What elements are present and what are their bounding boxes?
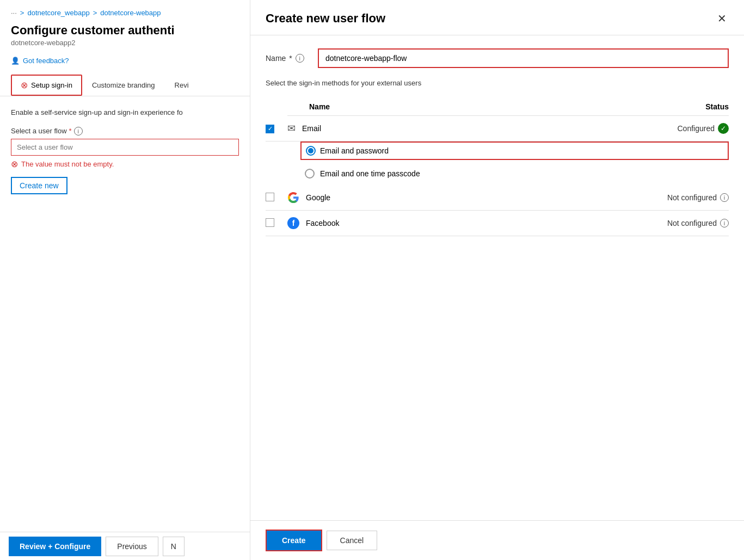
facebook-method-cell: f Facebook [287,211,489,236]
email-password-label: Email and password [320,146,389,155]
modal-overlay: Create new user flow ✕ Name * i Select t… [250,0,744,560]
feedback-label: Got feedback? [23,57,69,65]
facebook-row: f Facebook Not configured i [266,211,729,236]
google-row: Google Not configured i [266,185,729,211]
tab-error-icon: ⊗ [21,80,28,90]
modal-footer: Create Cancel [250,520,744,560]
email-label: Email [302,124,321,133]
signin-methods-label: Select the sign-in methods for your exte… [266,79,729,87]
user-flow-info-icon[interactable]: i [74,127,83,136]
col-name-header: Name [287,98,489,116]
google-status-cell: Not configured i [489,185,729,211]
left-panel: ··· > dotnetcore_webapp > dotnetcore-web… [0,0,250,560]
google-method-cell: Google [287,185,489,211]
tab-customize-branding-label: Customize branding [92,81,155,89]
google-checkbox[interactable] [266,193,274,201]
facebook-status-text: Not configured [667,219,717,227]
tab-setup-signin-label: Setup sign-in [31,81,72,89]
name-row: Name * i [266,48,729,68]
email-password-highlight[interactable]: Email and password [300,141,729,160]
error-message: The value must not be empty. [21,160,114,168]
email-checkbox[interactable]: ✓ [266,125,274,133]
modal-close-button[interactable]: ✕ [715,11,729,26]
name-input[interactable] [318,48,729,68]
breadcrumb-item1[interactable]: dotnetcore_webapp [27,9,89,17]
modal-header: Create new user flow ✕ [250,0,744,35]
previous-button[interactable]: Previous [106,537,158,556]
facebook-label: Facebook [306,219,339,227]
validation-error: ⊗ The value must not be empty. [11,159,239,169]
feedback-link[interactable]: 👤 Got feedback? [0,53,250,68]
create-button[interactable]: Create [266,530,322,551]
email-status-cell: Configured ✓ [489,116,729,141]
tabs-row: ⊗ Setup sign-in Customize branding Revi [0,68,250,96]
facebook-status-cell: Not configured i [489,211,729,236]
email-icon: ✉ [287,122,296,134]
email-password-radio[interactable] [306,146,316,156]
create-new-button[interactable]: Create new [11,177,67,194]
breadcrumb-separator1: > [20,9,24,17]
tab-review-configure[interactable]: Revi [165,76,199,95]
google-status-text: Not configured [667,193,717,202]
review-configure-button[interactable]: Review + Configure [9,537,101,556]
name-required-asterisk: * [289,54,292,63]
page-title: Configure customer authenti [0,21,250,39]
required-asterisk: * [69,127,72,135]
modal-panel: Create new user flow ✕ Name * i Select t… [250,0,744,560]
bottom-bar: Review + Configure Previous N [0,532,250,560]
email-password-cell: Email and password Email and one time pa… [287,141,729,186]
breadcrumb: ··· > dotnetcore_webapp > dotnetcore-web… [0,0,250,21]
email-method-cell: ✉ Email [287,116,489,141]
section-description: Enable a self-service sign-up and sign-i… [11,107,239,118]
name-label-text: Name [266,54,286,63]
email-group-row: ✓ ✉ Email Configured [266,116,729,141]
methods-table: Name Status ✓ ✉ [266,98,729,236]
user-flow-input[interactable] [11,139,239,156]
modal-body: Name * i Select the sign-in methods for … [250,35,744,520]
modal-title: Create new user flow [266,11,385,26]
email-status-configured: Configured ✓ [489,123,729,134]
facebook-checkbox[interactable] [266,218,274,227]
cancel-button[interactable]: Cancel [327,531,378,550]
page-subtitle: dotnetcore-webapp2 [0,39,250,53]
breadcrumb-item2[interactable]: dotnetcore-webapp [100,9,161,17]
facebook-not-configured-icon[interactable]: i [720,219,729,227]
tab-content: Enable a self-service sign-up and sign-i… [0,96,250,205]
tab-customize-branding[interactable]: Customize branding [82,76,165,95]
email-otp-radio[interactable] [305,169,315,179]
tab-review-configure-label: Revi [175,81,189,89]
tab-setup-signin[interactable]: ⊗ Setup sign-in [11,75,82,96]
facebook-icon: f [287,217,299,229]
user-flow-label-text: Select a user flow [11,127,67,135]
error-icon: ⊗ [11,159,18,169]
email-password-row: Email and password Email and one time pa… [266,141,729,186]
google-icon [287,192,299,204]
email-otp-label: Email and one time passcode [320,169,420,178]
email-otp-row: Email and one time passcode [300,165,729,182]
facebook-status: Not configured i [489,219,729,227]
breadcrumb-separator2: > [93,9,97,17]
next-button[interactable]: N [163,537,185,556]
google-label: Google [306,193,330,202]
name-label: Name * i [266,54,309,63]
name-info-icon[interactable]: i [296,54,304,63]
user-flow-field-label: Select a user flow * i [11,127,239,136]
breadcrumb-dots: ··· [11,9,17,17]
google-not-configured-icon[interactable]: i [720,193,729,202]
col-status-header: Status [489,98,729,116]
google-status: Not configured i [489,193,729,202]
person-icon: 👤 [11,57,20,65]
email-status-text: Configured [678,124,715,133]
configured-check-icon: ✓ [718,123,729,134]
